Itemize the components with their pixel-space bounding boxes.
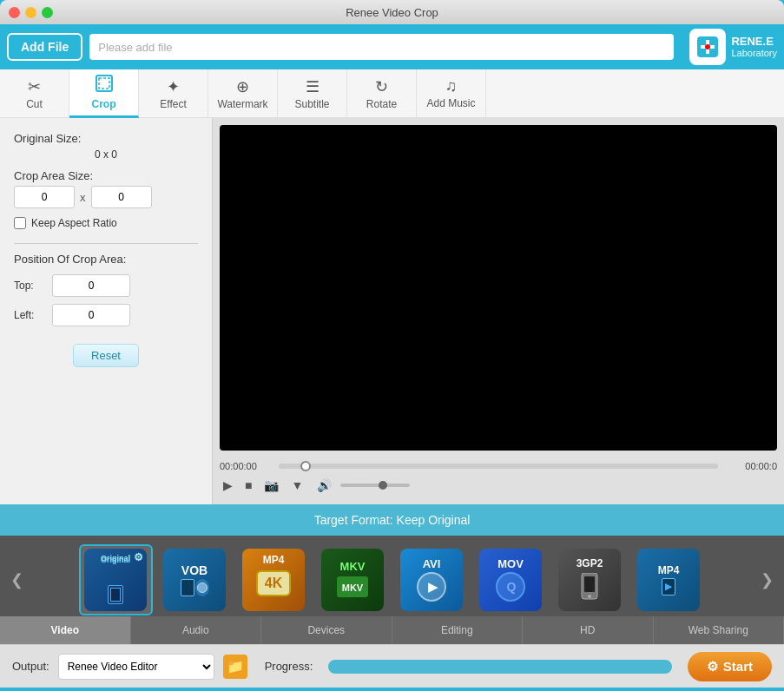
title-bar: Renee Video Crop	[0, 0, 784, 24]
left-position-row: Left:	[14, 304, 198, 326]
start-label: Start	[723, 659, 753, 674]
format-vob[interactable]: VOB	[158, 544, 232, 615]
left-position-input[interactable]	[52, 304, 130, 326]
progress-bar-row: 00:00:00 00:00:0	[220, 461, 777, 471]
crop-area-label: Crop Area Size:	[14, 169, 198, 182]
tab-websharing[interactable]: Web Sharing	[654, 616, 785, 644]
tool-addmusic[interactable]: ♫ Add Music	[417, 69, 486, 118]
control-buttons-row: ▶ ■ 📷 ▼ 🔊	[220, 477, 777, 494]
video-controls: 00:00:00 00:00:0 ▶ ■ 📷 ▼ 🔊	[220, 457, 777, 497]
cut-label: Cut	[26, 98, 43, 110]
play-button[interactable]: ▶	[220, 477, 236, 494]
divider	[14, 243, 198, 244]
effect-icon: ✦	[167, 77, 180, 96]
crop-size-inputs: x	[14, 186, 198, 208]
reset-button[interactable]: Reset	[73, 344, 139, 367]
time-start-label: 00:00:00	[220, 461, 272, 471]
crop-width-input[interactable]	[14, 186, 75, 208]
logo-icon	[689, 29, 726, 65]
format-original[interactable]: ⚙ Original	[79, 544, 153, 615]
film-icon	[108, 585, 123, 604]
mov-play: Q	[496, 572, 525, 602]
rotate-label: Rotate	[366, 98, 397, 110]
tab-hd[interactable]: HD	[523, 616, 654, 644]
tool-watermark[interactable]: ⊕ Watermark	[208, 69, 278, 118]
main-content: Original Size: 0 x 0 Crop Area Size: x K…	[0, 118, 784, 504]
gear-icon: ⚙	[134, 551, 143, 563]
top-position-row: Top:	[14, 274, 198, 297]
addmusic-icon: ♫	[445, 77, 458, 95]
svg-rect-9	[584, 576, 595, 592]
format-mkv[interactable]: MKV MKV	[316, 544, 390, 615]
format-bar-label: Target Format: Keep Original	[314, 513, 471, 527]
rotate-icon: ↻	[375, 77, 388, 96]
addmusic-label: Add Music	[426, 97, 475, 109]
tool-subtitle[interactable]: ☰ Subtitle	[278, 69, 347, 118]
progress-track[interactable]	[279, 464, 718, 469]
vob-filmstrip	[181, 579, 209, 596]
stop-button[interactable]: ■	[241, 477, 255, 494]
mkv-logo: MKV	[337, 576, 368, 599]
top-position-input[interactable]	[52, 274, 130, 297]
format-tabs: Video Audio Devices Editing HD Web Shari…	[0, 616, 784, 644]
output-label: Output:	[12, 660, 49, 673]
crop-height-input[interactable]	[91, 186, 152, 208]
volume-thumb	[379, 481, 387, 490]
crop-label: Crop	[92, 98, 116, 110]
folder-button[interactable]: 📁	[223, 655, 247, 679]
volume-track[interactable]	[340, 484, 410, 487]
effect-label: Effect	[160, 98, 186, 110]
tab-audio[interactable]: Audio	[131, 616, 262, 644]
left-key-label: Left:	[14, 309, 45, 321]
mp4-2-filmstrip: ▶	[662, 578, 675, 596]
header-bar: Add File Please add file RENE.E Laborato…	[0, 24, 784, 69]
tool-cut[interactable]: ✂ Cut	[0, 69, 69, 118]
format-mov[interactable]: MOV Q	[474, 544, 548, 615]
keep-aspect-checkbox[interactable]	[14, 217, 26, 229]
subtitle-icon: ☰	[306, 77, 320, 96]
minimize-button[interactable]	[25, 7, 36, 18]
maximize-button[interactable]	[42, 7, 53, 18]
video-area: 00:00:00 00:00:0 ▶ ■ 📷 ▼ 🔊	[213, 118, 784, 504]
prev-format-button[interactable]: ❮	[7, 570, 27, 589]
output-select[interactable]: Renee Video Editor	[58, 654, 214, 680]
more-button[interactable]: ▼	[287, 477, 306, 494]
output-progress-bar	[328, 660, 672, 674]
tab-video[interactable]: Video	[0, 616, 131, 644]
position-label: Position Of Crop Area:	[14, 253, 198, 266]
original-size-label: Original Size:	[14, 132, 198, 145]
format-avi[interactable]: AVI ▶	[395, 544, 469, 615]
next-format-button[interactable]: ❯	[757, 570, 777, 589]
tool-crop[interactable]: Crop	[69, 69, 139, 118]
crop-icon	[96, 75, 113, 96]
keep-aspect-label: Keep Aspect Ratio	[31, 217, 117, 229]
format-3gp2[interactable]: 3GP2	[553, 544, 627, 615]
tool-bar: ✂ Cut Crop ✦ Effect ⊕ Watermark ☰ Subtit…	[0, 69, 784, 118]
progress-label: Progress:	[265, 660, 313, 673]
top-key-label: Top:	[14, 280, 45, 292]
left-panel: Original Size: 0 x 0 Crop Area Size: x K…	[0, 118, 213, 504]
3gp-phone	[580, 573, 599, 602]
svg-text:MKV: MKV	[342, 582, 364, 593]
format-mp4-2[interactable]: MP4 ▶	[632, 544, 706, 615]
screenshot-button[interactable]: 📷	[260, 477, 282, 494]
svg-rect-5	[99, 78, 109, 89]
close-button[interactable]	[9, 7, 20, 18]
logo-text: RENE.E Laboratory	[731, 36, 777, 58]
svg-point-3	[705, 44, 710, 49]
avi-play: ▶	[417, 572, 446, 602]
add-file-button[interactable]: Add File	[7, 33, 82, 61]
subtitle-label: Subtitle	[294, 98, 329, 110]
start-button[interactable]: ⚙ Start	[688, 652, 772, 681]
tab-devices[interactable]: Devices	[261, 616, 392, 644]
title-bar-buttons	[9, 7, 53, 18]
file-path-text: Please add file	[98, 41, 172, 54]
format-icons-list: ⚙ Original VOB	[27, 544, 757, 615]
tool-effect[interactable]: ✦ Effect	[139, 69, 208, 118]
format-mp4-4k[interactable]: MP4 4K	[237, 544, 311, 615]
window-title: Renee Video Crop	[346, 6, 438, 19]
x-separator: x	[80, 191, 86, 204]
format-selector: ❮ ⚙ Original VOB	[0, 536, 784, 644]
tool-rotate[interactable]: ↻ Rotate	[347, 69, 417, 118]
tab-editing[interactable]: Editing	[392, 616, 524, 644]
